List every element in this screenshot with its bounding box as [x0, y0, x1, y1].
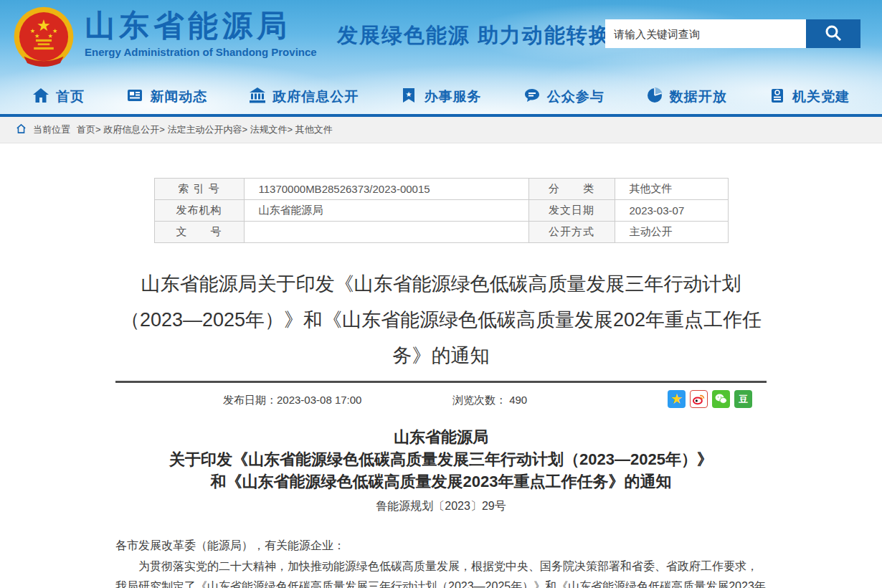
- publicity-method-value: 主动公开: [615, 222, 728, 243]
- nav-item-services[interactable]: ★ 办事服务: [400, 87, 481, 107]
- site-header: ★ ★ ★ ★ ★ 山东省能源局 Energy Administration o…: [0, 0, 882, 117]
- breadcrumb: 当前位置 首页> 政府信息公开> 法定主动公开内容> 法规文件> 其他文件: [0, 117, 882, 143]
- share-buttons: ★ 豆: [668, 390, 752, 408]
- issue-date-value: 2023-03-07: [615, 200, 728, 222]
- publish-date-value: 2023-03-08 17:00: [277, 394, 361, 406]
- body-paragraph: 为贯彻落实党的二十大精神，加快推动能源绿色低碳高质量发展，根据党中央、国务院决策…: [115, 556, 767, 588]
- table-row: 索 引 号 11370000MB28526373/2023-00015 分 类 …: [154, 179, 728, 200]
- nav-label: 办事服务: [424, 87, 481, 106]
- nav-label: 数据开放: [670, 87, 727, 106]
- category-value: 其他文件: [615, 179, 728, 200]
- government-building-icon: [249, 87, 266, 107]
- document-reference-number: 鲁能源规划〔2023〕29号: [115, 499, 767, 514]
- article-meta: 发布日期：2023-03-08 17:00 浏览次数： 490 ★ 豆: [115, 383, 767, 416]
- nav-item-open-data[interactable]: 数据开放: [646, 87, 727, 107]
- document-title-line: 和《山东省能源绿色低碳高质量发展2023年重点工作任务》的通知: [115, 470, 767, 493]
- nav-label: 公众参与: [547, 87, 604, 106]
- article-container: 索 引 号 11370000MB28526373/2023-00015 分 类 …: [115, 178, 767, 588]
- publicity-method-label: 公开方式: [528, 222, 615, 243]
- category-label: 分 类: [528, 179, 615, 200]
- nav-item-gov-info[interactable]: 政府信息公开: [249, 87, 359, 107]
- party-badge-icon: [769, 87, 786, 107]
- qzone-share-icon[interactable]: ★: [668, 390, 686, 408]
- index-number-label: 索 引 号: [154, 179, 244, 200]
- publish-date: 发布日期：2023-03-08 17:00: [223, 394, 361, 407]
- site-slogan: 发展绿色能源 助力动能转换: [337, 22, 611, 50]
- search-bar: [605, 19, 860, 48]
- view-count-value: 490: [509, 394, 527, 406]
- svg-text:★: ★: [37, 16, 51, 34]
- table-row: 文 号 公开方式 主动公开: [154, 222, 728, 243]
- publish-date-label: 发布日期：: [223, 394, 277, 406]
- document-title-line: 山东省能源局: [115, 426, 767, 448]
- site-title: 山东省能源局: [85, 9, 317, 43]
- home-icon: [32, 87, 49, 107]
- wechat-share-icon[interactable]: [712, 390, 730, 408]
- breadcrumb-prefix: 当前位置: [33, 123, 70, 136]
- view-count: 浏览次数： 490: [452, 394, 527, 407]
- salutation-paragraph: 各市发展改革委（能源局），有关能源企业：: [115, 536, 767, 556]
- nav-label: 机关党建: [792, 87, 850, 106]
- doc-number-value: [244, 222, 528, 243]
- search-input[interactable]: [605, 19, 806, 48]
- breadcrumb-path[interactable]: 首页> 政府信息公开> 法定主动公开内容> 法规文件> 其他文件: [77, 123, 333, 136]
- view-count-label: 浏览次数：: [452, 394, 506, 406]
- index-number-value: 11370000MB28526373/2023-00015: [244, 179, 528, 200]
- search-button[interactable]: [806, 19, 860, 48]
- document-info-table: 索 引 号 11370000MB28526373/2023-00015 分 类 …: [154, 178, 729, 243]
- document-title-line: 关于印发《山东省能源绿色低碳高质量发展三年行动计划（2023—2025年）》: [115, 448, 767, 470]
- breadcrumb-home-icon: [16, 123, 27, 136]
- nav-item-home[interactable]: 首页: [32, 87, 85, 107]
- weibo-share-icon[interactable]: [690, 390, 708, 408]
- nav-label: 新闻动态: [150, 87, 207, 106]
- issuing-agency-label: 发布机构: [154, 200, 244, 222]
- nav-item-news[interactable]: 新闻动态: [126, 87, 207, 107]
- speech-bubble-icon: [523, 87, 541, 107]
- document-title: 山东省能源局 关于印发《山东省能源绿色低碳高质量发展三年行动计划（2023—20…: [115, 426, 767, 493]
- svg-text:★: ★: [47, 33, 52, 39]
- main-navigation: 首页 新闻动态: [0, 80, 882, 114]
- doc-number-label: 文 号: [154, 222, 244, 243]
- search-icon: [824, 24, 843, 44]
- document-body: 各市发展改革委（能源局），有关能源企业： 为贯彻落实党的二十大精神，加快推动能源…: [115, 536, 767, 588]
- national-emblem-logo: ★ ★ ★ ★ ★: [11, 5, 77, 74]
- news-icon: [126, 87, 143, 107]
- douban-share-icon[interactable]: 豆: [734, 390, 752, 408]
- pie-chart-icon: [646, 87, 663, 107]
- issue-date-label: 发文日期: [528, 200, 615, 222]
- site-title-english: Energy Administration of Shandong Provin…: [85, 46, 317, 58]
- page-title: 山东省能源局关于印发《山东省能源绿色低碳高质量发展三年行动计划（2023—202…: [115, 266, 767, 374]
- svg-text:★: ★: [34, 33, 39, 39]
- nav-label: 首页: [56, 87, 85, 106]
- nav-item-participation[interactable]: 公众参与: [523, 87, 604, 107]
- svg-text:★: ★: [406, 90, 412, 98]
- table-row: 发布机构 山东省能源局 发文日期 2023-03-07: [154, 200, 728, 222]
- nav-item-party-building[interactable]: 机关党建: [769, 87, 850, 107]
- svg-text:★: ★: [52, 28, 57, 34]
- nav-label: 政府信息公开: [272, 87, 359, 106]
- star-badge-icon: ★: [400, 87, 417, 107]
- issuing-agency-value: 山东省能源局: [244, 200, 528, 222]
